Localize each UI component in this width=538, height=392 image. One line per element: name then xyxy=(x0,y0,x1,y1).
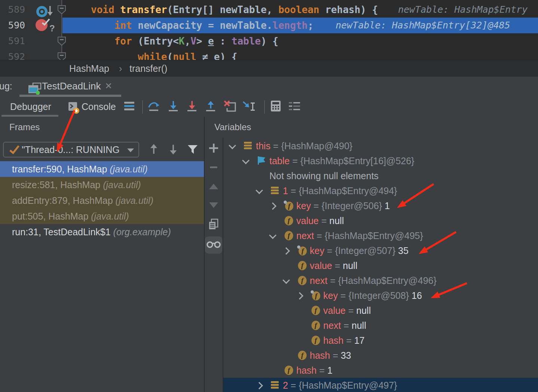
code-line-590[interactable]: 590? int newCapacity = newTable.length;n… xyxy=(0,18,538,33)
svg-text:?: ? xyxy=(49,23,55,33)
tab-console[interactable]: Console xyxy=(82,97,116,117)
field-icon: f xyxy=(311,320,321,331)
line-number: 591 xyxy=(0,33,25,49)
variables-panel-title: Variables xyxy=(214,117,251,138)
frame-package: (java.util) xyxy=(116,195,153,206)
variable-row-hash[interactable]: fhash = 17 xyxy=(223,333,538,348)
step-into-button[interactable] xyxy=(166,100,180,114)
code-line-592[interactable]: 592 while(null ≠ e) { xyxy=(0,49,538,60)
breadcrumb-separator-icon: › xyxy=(119,60,122,77)
chevron-right-icon[interactable] xyxy=(282,247,290,255)
stack-frame-row[interactable]: transfer:590, HashMap (java.util) xyxy=(0,161,204,177)
variable-row-this[interactable]: this = {HashMap@490} xyxy=(223,138,538,153)
step-into-icon xyxy=(166,100,180,114)
variable-text: 1 = {HashMap$Entry@494} xyxy=(283,183,397,198)
frame-location: transfer:590, HashMap xyxy=(0,164,110,174)
code-line-591[interactable]: 591 for (Entry<K,V> e : table) { xyxy=(0,33,538,49)
breadcrumb-method[interactable]: transfer() xyxy=(129,60,167,77)
variable-text: next = null xyxy=(323,318,366,333)
chevron-down-icon[interactable] xyxy=(229,142,236,149)
stack-frame-row[interactable]: addEntry:879, HashMap (java.util) xyxy=(0,193,204,208)
move-up-button[interactable] xyxy=(208,182,219,193)
frame-package: (java.util) xyxy=(91,211,129,221)
line-number: 592 xyxy=(0,49,25,60)
variable-text: next = {HashMap$Entry@496} xyxy=(310,273,437,288)
variable-text: this = {HashMap@490} xyxy=(256,138,352,153)
variable-text: Not showing null elements xyxy=(269,168,379,183)
next-frame-button[interactable] xyxy=(168,143,179,157)
trace-streams-button[interactable] xyxy=(288,100,301,114)
variable-text: key = {Integer@507} 35 xyxy=(310,243,409,258)
remove-watch-button[interactable] xyxy=(208,162,219,174)
variable-text: value = null xyxy=(323,303,371,318)
variables-panel: this = {HashMap@490}table = {HashMap$Ent… xyxy=(223,138,538,392)
frame-location: resize:581, HashMap xyxy=(0,180,103,190)
previous-frame-button[interactable] xyxy=(148,143,159,157)
show-watches-button[interactable] xyxy=(205,236,222,254)
conditional-breakpoint-icon[interactable]: ? xyxy=(34,18,57,34)
variable-row-next[interactable]: fnext = null xyxy=(223,318,538,333)
variable-row-hash[interactable]: fhash = 1 xyxy=(223,363,538,378)
move-down-button[interactable] xyxy=(208,200,219,211)
thread-selector[interactable]: "Thread-0...: RUNNING xyxy=(3,142,139,157)
intellij-debug-window: 589void transfer(Entry[] newTable, boole… xyxy=(0,0,538,392)
variable-row-value[interactable]: fvalue = null xyxy=(223,258,538,273)
variable-row-key[interactable]: fkey = {Integer@506} 1 xyxy=(223,198,538,213)
toolbar-separator xyxy=(142,100,143,114)
variable-row-next[interactable]: fnext = {HashMap$Entry@496} xyxy=(223,273,538,288)
variable-row-value[interactable]: fvalue = null xyxy=(223,213,538,228)
step-out-button[interactable] xyxy=(204,100,217,114)
chevron-right-icon[interactable] xyxy=(256,382,263,389)
variable-row-key[interactable]: fkey = {Integer@507} 35 xyxy=(223,243,538,258)
step-out-icon xyxy=(204,100,217,114)
stack-frame-row[interactable]: run:31, TestDeadLink$1 (org.example) xyxy=(0,224,204,240)
variable-text: 2 = {HashMap$Entry@497} xyxy=(283,378,397,392)
step-over-button[interactable] xyxy=(147,100,161,114)
hide-library-frames-filter-button[interactable] xyxy=(187,144,198,157)
variable-row-1[interactable]: 1 = {HashMap$Entry@494} xyxy=(223,183,538,198)
chevron-right-icon[interactable] xyxy=(269,202,276,210)
code-line-589[interactable]: 589void transfer(Entry[] newTable, boole… xyxy=(0,2,538,18)
chevron-down-icon[interactable] xyxy=(282,276,290,284)
selected-tab-underline xyxy=(19,95,121,97)
variable-text: hash = 1 xyxy=(296,363,333,378)
variable-row-table[interactable]: table = {HashMap$Entry[16]@526} xyxy=(223,153,538,168)
variables-toolbar xyxy=(205,138,223,392)
stack-frame-row[interactable]: put:505, HashMap (java.util) xyxy=(0,208,204,224)
duplicate-button[interactable] xyxy=(208,218,219,232)
run-to-cursor-icon xyxy=(242,100,257,114)
chevron-right-icon[interactable] xyxy=(296,292,303,300)
variable-row-hash[interactable]: fhash = 33 xyxy=(223,348,538,363)
run-to-cursor-button[interactable] xyxy=(243,100,256,114)
frame-package: (java.util) xyxy=(103,180,141,190)
view-options-button[interactable] xyxy=(123,100,136,114)
run-tab-title[interactable]: TestDeadLink xyxy=(42,77,101,97)
debugger-inline-hint: newTable: HashMap$Entry[32]@485 xyxy=(336,18,510,33)
code-text: for (Entry<K,V> e : table) { xyxy=(91,33,278,49)
stack-frame-row[interactable]: resize:581, HashMap (java.util) xyxy=(0,177,204,193)
code-text: void transfer(Entry[] newTable, boolean … xyxy=(91,2,378,18)
chevron-down-icon[interactable] xyxy=(269,232,276,239)
code-editor[interactable]: 589void transfer(Entry[] newTable, boole… xyxy=(0,0,538,60)
code-fold-icon[interactable] xyxy=(57,36,66,48)
close-tab-icon[interactable]: ✕ xyxy=(105,77,112,97)
tree-message-row[interactable]: Not showing null elements xyxy=(223,168,538,183)
drop-frame-button[interactable] xyxy=(224,100,237,114)
evaluate-expression-button[interactable] xyxy=(269,100,282,114)
chevron-down-icon[interactable] xyxy=(256,187,263,194)
move-up-icon xyxy=(208,182,219,193)
code-fold-icon[interactable] xyxy=(57,52,66,60)
variable-text: value = null xyxy=(296,213,344,228)
variable-row-2[interactable]: 2 = {HashMap$Entry@497} xyxy=(223,378,538,392)
add-watch-icon xyxy=(208,143,219,155)
variable-row-key[interactable]: fkey = {Integer@508} 16 xyxy=(223,288,538,303)
force-step-into-button[interactable] xyxy=(185,100,199,114)
tab-debugger[interactable]: Debugger xyxy=(10,97,51,117)
variable-row-next[interactable]: fnext = {HashMap$Entry@495} xyxy=(223,228,538,243)
add-watch-button[interactable] xyxy=(208,143,219,155)
chevron-down-icon[interactable] xyxy=(242,157,250,164)
variable-row-value[interactable]: fvalue = null xyxy=(223,303,538,318)
breadcrumb-class[interactable]: HashMap xyxy=(69,60,109,77)
field-icon: f xyxy=(297,350,308,361)
code-fold-icon[interactable] xyxy=(57,5,66,16)
